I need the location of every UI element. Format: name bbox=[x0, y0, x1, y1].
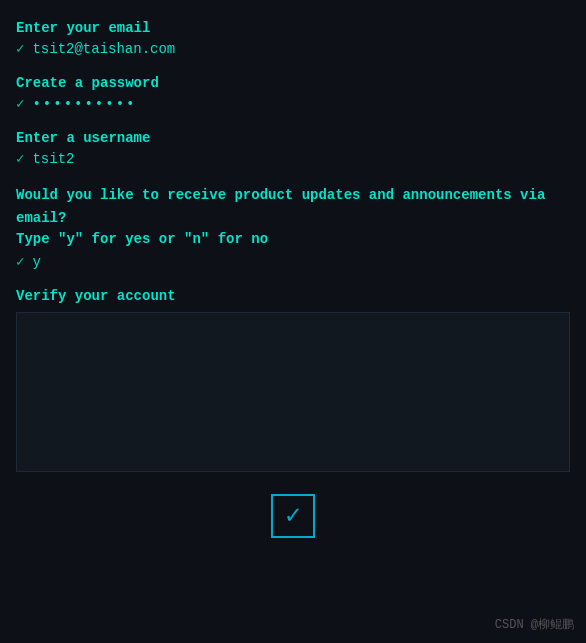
verify-label: Verify your account bbox=[16, 288, 570, 304]
verify-checkbox[interactable]: ✓ bbox=[271, 494, 315, 538]
verify-section: Verify your account ✓ bbox=[16, 288, 570, 508]
watermark: CSDN @柳鲲鹏 bbox=[495, 616, 574, 633]
password-section: Create a password ✓ •••••••••• bbox=[16, 75, 570, 112]
verify-checkmark-icon: ✓ bbox=[285, 503, 301, 529]
answer-input-row: ✓ y bbox=[16, 253, 570, 270]
email-value: tsit2@taishan.com bbox=[32, 41, 175, 57]
question-line1: Would you like to receive product update… bbox=[16, 185, 570, 206]
username-section: Enter a username ✓ tsit2 bbox=[16, 130, 570, 167]
username-checkmark: ✓ bbox=[16, 150, 24, 167]
terminal-window: Enter your email ✓ tsit2@taishan.com Cre… bbox=[0, 0, 586, 643]
email-section: Enter your email ✓ tsit2@taishan.com bbox=[16, 20, 570, 57]
email-input-row: ✓ tsit2@taishan.com bbox=[16, 40, 570, 57]
password-checkmark: ✓ bbox=[16, 95, 24, 112]
email-label: Enter your email bbox=[16, 20, 570, 36]
password-label: Create a password bbox=[16, 75, 570, 91]
username-value: tsit2 bbox=[32, 151, 74, 167]
answer-value: y bbox=[32, 254, 40, 270]
username-input-row: ✓ tsit2 bbox=[16, 150, 570, 167]
password-value: •••••••••• bbox=[32, 96, 136, 112]
password-input-row: ✓ •••••••••• bbox=[16, 95, 570, 112]
verify-box bbox=[16, 312, 570, 472]
product-updates-section: Would you like to receive product update… bbox=[16, 185, 570, 270]
username-label: Enter a username bbox=[16, 130, 570, 146]
answer-checkmark: ✓ bbox=[16, 253, 24, 270]
yes-no-hint: Type "y" for yes or "n" for no bbox=[16, 231, 570, 247]
verify-bottom-area: ✓ bbox=[16, 312, 570, 508]
question-line2: email? bbox=[16, 208, 570, 229]
email-checkmark: ✓ bbox=[16, 40, 24, 57]
